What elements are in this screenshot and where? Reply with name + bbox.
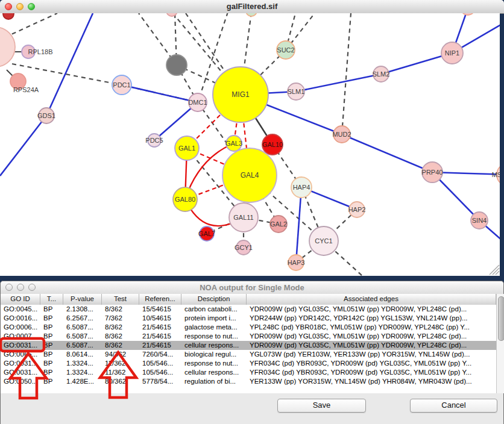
column-header-test[interactable]: Test bbox=[102, 294, 139, 305]
table-cell: 1.428E... bbox=[63, 377, 102, 386]
table-cell: BP bbox=[40, 350, 63, 359]
table-cell: cellular respons... bbox=[181, 341, 247, 350]
table-cell: galactose meta... bbox=[181, 323, 247, 332]
column-header-p-value[interactable]: P-value bbox=[63, 294, 102, 305]
column-header-t[interactable]: T... bbox=[40, 294, 63, 305]
table-cell: 6.2567... bbox=[63, 314, 102, 323]
table-cell: 21/54615 bbox=[139, 341, 181, 350]
table-cell: 8/362 bbox=[102, 341, 139, 350]
node-label: DMC1 bbox=[188, 99, 207, 106]
table-cell: carbon cataboli... bbox=[181, 305, 247, 314]
table-cell: 6.5087... bbox=[63, 323, 102, 332]
table-scrollbar[interactable] bbox=[496, 294, 504, 393]
table-cell: 7260/54... bbox=[139, 350, 181, 359]
column-header-go-id[interactable]: GO ID bbox=[1, 294, 40, 305]
table-cell: protein import i... bbox=[181, 314, 247, 323]
table-cell: GO:0006... bbox=[1, 323, 40, 332]
table-cell: 11/362 bbox=[102, 368, 139, 377]
table-cell: response to nut... bbox=[181, 359, 247, 368]
table-cell: YDR009W (pd) YGL035C, YML051W (pp) YDR00… bbox=[247, 305, 496, 314]
network-window: galFiltered.sif RPL18BRPS24APDC1DMC1MIG1… bbox=[0, 0, 504, 276]
table-cell: GO:0050... bbox=[1, 377, 40, 386]
node-label: NIP1 bbox=[445, 49, 459, 57]
scrollbar-thumb[interactable] bbox=[498, 296, 504, 341]
table-body: GO:0045...BP2.1308...8/36215/54615carbon… bbox=[1, 305, 496, 393]
table-row[interactable]: GO:0016...BP6.2567...7/36210/54615protei… bbox=[1, 314, 496, 323]
table-row[interactable]: GO:0007...BP6.5087...8/36221/54615respon… bbox=[1, 332, 496, 341]
node-label: RPS24A bbox=[13, 86, 39, 93]
table-row[interactable]: GO:0006...BP6.5087...8/36221/54615galact… bbox=[1, 323, 496, 332]
column-header-referen[interactable]: Referen... bbox=[139, 294, 181, 305]
table-cell: YER133W (pp) YOR315W, YNL145W (pd) YHR08… bbox=[247, 377, 496, 386]
table-cell: cellular respons... bbox=[181, 368, 247, 377]
table-row[interactable]: GO:0050...BP1.428E...80/3625778/54...reg… bbox=[1, 377, 496, 386]
table-cell: GO:0016... bbox=[1, 314, 40, 323]
network-edge[interactable] bbox=[296, 74, 381, 92]
node-label: GAL2 bbox=[270, 220, 287, 228]
table-cell: 11/362 bbox=[102, 359, 139, 368]
node-label: HAP2 bbox=[348, 206, 366, 213]
node-label: MIG1 bbox=[232, 90, 250, 99]
table-row[interactable]: GO:0031...BP1.3324...11/362105/546...cel… bbox=[1, 368, 496, 377]
table-header-row: GO IDT...P-valueTestReferen...Desciption… bbox=[1, 294, 496, 305]
table-cell: 80/362 bbox=[102, 377, 139, 386]
column-header-desciption[interactable]: Desciption bbox=[181, 294, 247, 305]
node-label: GAL80 bbox=[175, 196, 195, 203]
network-node[interactable] bbox=[3, 13, 14, 19]
table-cell: 8/362 bbox=[102, 323, 139, 332]
node-label: CYC1 bbox=[315, 237, 332, 245]
table-cell: BP bbox=[40, 314, 63, 323]
node-label: GAL3 bbox=[225, 140, 242, 147]
network-edge[interactable] bbox=[296, 187, 301, 263]
save-button[interactable]: Save bbox=[277, 399, 366, 413]
table-row[interactable]: GO:0045...BP2.1308...8/36215/54615carbon… bbox=[1, 305, 496, 314]
table-cell: GO:0031... bbox=[1, 359, 40, 368]
table-cell: 1.3324... bbox=[63, 359, 102, 368]
node-label: GDS1 bbox=[37, 112, 55, 119]
network-svg: RPL18BRPS24APDC1DMC1MIG1SUC2SLM1SLM2NIP1… bbox=[0, 13, 500, 276]
network-edge[interactable] bbox=[122, 85, 198, 102]
network-node[interactable] bbox=[461, 13, 475, 15]
table-cell: BP bbox=[40, 377, 63, 386]
node-label: SUC2 bbox=[277, 46, 294, 54]
table-cell: BP bbox=[40, 305, 63, 314]
table-cell: YFR034C (pd) YBR093C, YDR009W (pd) YGL03… bbox=[247, 368, 496, 377]
table-cell: 1.3324... bbox=[63, 368, 102, 377]
network-window-titlebar[interactable]: galFiltered.sif bbox=[0, 0, 504, 14]
table-row[interactable]: GO:0031...BP6.5087...8/36221/54615cellul… bbox=[1, 341, 496, 350]
node-label: MSL1 bbox=[492, 171, 500, 178]
network-edge[interactable] bbox=[12, 64, 122, 85]
network-edge[interactable] bbox=[342, 13, 351, 134]
column-header-associated-edges[interactable]: Associated edges bbox=[247, 294, 496, 305]
network-node[interactable] bbox=[246, 13, 257, 16]
cancel-button[interactable]: Cancel bbox=[410, 399, 497, 413]
table-row[interactable]: GO:0065...BP8.0614...94/3627260/54...bio… bbox=[1, 350, 496, 359]
noa-window-title: NOA output for Single Mode bbox=[1, 283, 503, 292]
table-row[interactable]: GO:0031...BP1.3324...11/362105/546...res… bbox=[1, 359, 496, 368]
network-node[interactable] bbox=[166, 55, 187, 75]
table-cell: YDR009W (pd) YGL035C, YML051W (pp) YDR00… bbox=[247, 332, 496, 341]
table-cell: 6.5087... bbox=[63, 332, 102, 341]
resize-grip[interactable] bbox=[493, 268, 499, 275]
node-label: GAL1 bbox=[178, 145, 195, 152]
node-label: RPL18B bbox=[28, 48, 53, 55]
table-cell: 21/54615 bbox=[139, 323, 181, 332]
node-label: HAP3 bbox=[288, 259, 305, 266]
network-edge[interactable] bbox=[46, 13, 93, 116]
table-cell: 2.1308... bbox=[63, 305, 102, 314]
network-edge[interactable] bbox=[0, 116, 46, 176]
network-edge[interactable] bbox=[342, 134, 432, 172]
table-cell: BP bbox=[40, 323, 63, 332]
table-cell: YDR009W (pd) YGL035C, YML051W (pp) YDR00… bbox=[247, 341, 496, 350]
node-label: GAL10 bbox=[262, 141, 283, 148]
noa-window-titlebar[interactable]: NOA output for Single Mode bbox=[1, 281, 503, 295]
node-label: MUD2 bbox=[332, 131, 351, 138]
node-label: GAL7 bbox=[198, 230, 215, 237]
network-canvas[interactable]: RPL18BRPS24APDC1DMC1MIG1SUC2SLM1SLM2NIP1… bbox=[0, 13, 500, 276]
table-cell: GO:0031... bbox=[1, 341, 40, 350]
table-cell: BP bbox=[40, 359, 63, 368]
table-cell: GO:0045... bbox=[1, 305, 40, 314]
table-cell: YPL248C (pd) YBR018C, YML051W (pp) YDR00… bbox=[247, 323, 496, 332]
table-cell: YDR244W (pp) YDR142C, YDR142C (pp) YGL15… bbox=[247, 314, 496, 323]
node-label: GCY1 bbox=[235, 244, 253, 251]
